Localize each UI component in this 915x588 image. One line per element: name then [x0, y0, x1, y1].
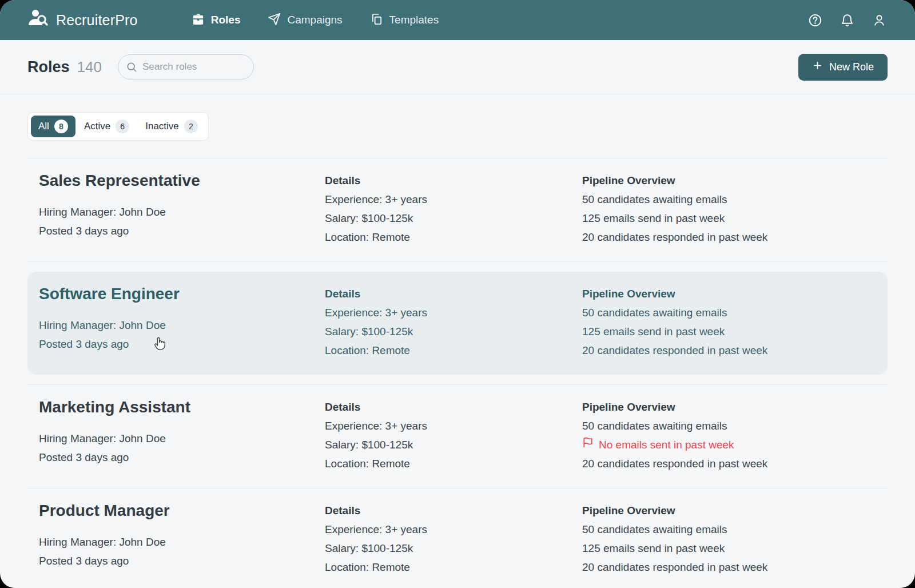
role-posted: Posted 3 days ago [39, 448, 325, 467]
send-icon [268, 13, 281, 28]
pipeline-sent: 125 emails send in past week [582, 539, 876, 558]
top-nav: RecruiterPro Roles Campaigns [0, 0, 915, 40]
role-summary: Software Engineer Hiring Manager: John D… [39, 284, 325, 360]
details-heading: Details [325, 284, 582, 303]
brand[interactable]: RecruiterPro [26, 7, 138, 33]
pipeline-sent: 125 emails send in past week [582, 209, 876, 228]
bell-icon[interactable] [840, 13, 854, 27]
role-pipeline: Pipeline Overview 50 candidates awaiting… [582, 398, 876, 473]
role-details: Details Experience: 3+ years Salary: $10… [325, 501, 582, 577]
pipeline-responded: 20 candidates responded in past week [582, 341, 876, 360]
page-header: Roles 140 New Role [0, 40, 915, 94]
help-icon[interactable] [808, 13, 822, 27]
pipeline-awaiting: 50 candidates awaiting emails [582, 520, 876, 539]
filter-tab-active[interactable]: Active 6 [77, 116, 137, 137]
detail-experience: Experience: 3+ years [325, 190, 582, 209]
role-hiring-manager: Hiring Manager: John Doe [39, 202, 325, 221]
role-pipeline: Pipeline Overview 50 candidates awaiting… [582, 284, 876, 360]
role-hiring-manager: Hiring Manager: John Doe [39, 429, 325, 448]
role-row-marketing-assistant[interactable]: Marketing Assistant Hiring Manager: John… [27, 385, 888, 488]
filter-tab-label: Inactive [145, 121, 179, 132]
pipeline-awaiting: 50 candidates awaiting emails [582, 303, 876, 322]
nav-item-roles[interactable]: Roles [192, 13, 241, 28]
role-summary: Sales Representative Hiring Manager: Joh… [39, 171, 325, 247]
role-title: Marketing Assistant [39, 398, 325, 417]
roles-list: Sales Representative Hiring Manager: Joh… [27, 158, 888, 588]
pipeline-responded: 20 candidates responded in past week [582, 558, 876, 577]
pipeline-responded: 20 candidates responded in past week [582, 228, 876, 247]
role-details: Details Experience: 3+ years Salary: $10… [325, 284, 582, 360]
nav-item-label: Roles [211, 14, 241, 26]
pipeline-alert-text: No emails sent in past week [599, 435, 734, 454]
main-content: All 8 Active 6 Inactive 2 Sales Represen… [0, 94, 915, 588]
pipeline-heading: Pipeline Overview [582, 398, 876, 416]
filter-tab-count-badge: 6 [116, 120, 129, 133]
divider [27, 261, 888, 262]
details-heading: Details [325, 398, 582, 416]
page-title: Roles [27, 58, 70, 76]
role-posted: Posted 3 days ago [39, 221, 325, 240]
search-input[interactable] [118, 54, 254, 80]
detail-location: Location: Remote [325, 228, 582, 247]
detail-salary: Salary: $100-125k [325, 435, 582, 454]
filter-tab-count-badge: 8 [54, 120, 68, 133]
role-summary: Marketing Assistant Hiring Manager: John… [39, 398, 325, 473]
filter-tab-label: Active [84, 121, 110, 132]
filter-tab-count-badge: 2 [184, 120, 198, 133]
nav-item-templates[interactable]: Templates [370, 13, 439, 28]
filter-tabs: All 8 Active 6 Inactive 2 [27, 112, 209, 141]
role-hiring-manager: Hiring Manager: John Doe [39, 533, 325, 551]
role-posted: Posted 3 days ago [39, 335, 325, 353]
roles-count: 140 [77, 58, 102, 76]
flag-icon [582, 435, 594, 454]
filter-tab-label: All [38, 121, 49, 132]
detail-experience: Experience: 3+ years [325, 520, 582, 539]
copy-icon [370, 13, 383, 28]
role-posted: Posted 3 days ago [39, 551, 325, 570]
pipeline-heading: Pipeline Overview [582, 501, 876, 520]
role-details: Details Experience: 3+ years Salary: $10… [325, 398, 582, 473]
detail-location: Location: Remote [325, 454, 582, 473]
detail-salary: Salary: $100-125k [325, 322, 582, 341]
detail-experience: Experience: 3+ years [325, 303, 582, 322]
briefcase-icon [192, 13, 205, 28]
role-details: Details Experience: 3+ years Salary: $10… [325, 171, 582, 247]
pipeline-awaiting: 50 candidates awaiting emails [582, 416, 876, 435]
detail-salary: Salary: $100-125k [325, 209, 582, 228]
role-pipeline: Pipeline Overview 50 candidates awaiting… [582, 501, 876, 577]
role-row-sales-representative[interactable]: Sales Representative Hiring Manager: Joh… [27, 158, 888, 261]
detail-salary: Salary: $100-125k [325, 539, 582, 558]
nav-item-campaigns[interactable]: Campaigns [268, 13, 342, 28]
user-icon[interactable] [872, 13, 886, 27]
pipeline-alert: No emails sent in past week [582, 435, 876, 454]
role-title: Product Manager [39, 501, 325, 521]
details-heading: Details [325, 171, 582, 190]
role-hiring-manager: Hiring Manager: John Doe [39, 316, 325, 335]
plus-icon [812, 60, 823, 74]
filter-tab-all[interactable]: All 8 [31, 116, 75, 137]
detail-location: Location: Remote [325, 341, 582, 360]
role-title: Software Engineer [39, 284, 325, 304]
detail-experience: Experience: 3+ years [325, 416, 582, 435]
nav-item-label: Campaigns [287, 14, 342, 26]
details-heading: Details [325, 501, 582, 520]
brand-name: RecruiterPro [56, 12, 138, 29]
role-title: Sales Representative [39, 171, 325, 190]
detail-location: Location: Remote [325, 558, 582, 577]
pipeline-awaiting: 50 candidates awaiting emails [582, 190, 876, 209]
new-role-button[interactable]: New Role [798, 54, 888, 81]
pipeline-responded: 20 candidates responded in past week [582, 454, 876, 473]
app-window: RecruiterPro Roles Campaigns [0, 0, 915, 588]
nav-items: Roles Campaigns Templates [192, 13, 439, 28]
filter-tab-inactive[interactable]: Inactive 2 [138, 116, 205, 137]
nav-right [808, 13, 886, 27]
search-box [118, 54, 254, 80]
new-role-label: New Role [829, 61, 874, 73]
nav-item-label: Templates [389, 14, 439, 26]
role-pipeline: Pipeline Overview 50 candidates awaiting… [582, 171, 876, 247]
role-row-product-manager[interactable]: Product Manager Hiring Manager: John Doe… [27, 488, 888, 588]
role-row-software-engineer[interactable]: Software Engineer Hiring Manager: John D… [27, 272, 888, 375]
pipeline-sent: 125 emails send in past week [582, 322, 876, 341]
role-summary: Product Manager Hiring Manager: John Doe… [39, 501, 325, 577]
pipeline-heading: Pipeline Overview [582, 171, 876, 190]
